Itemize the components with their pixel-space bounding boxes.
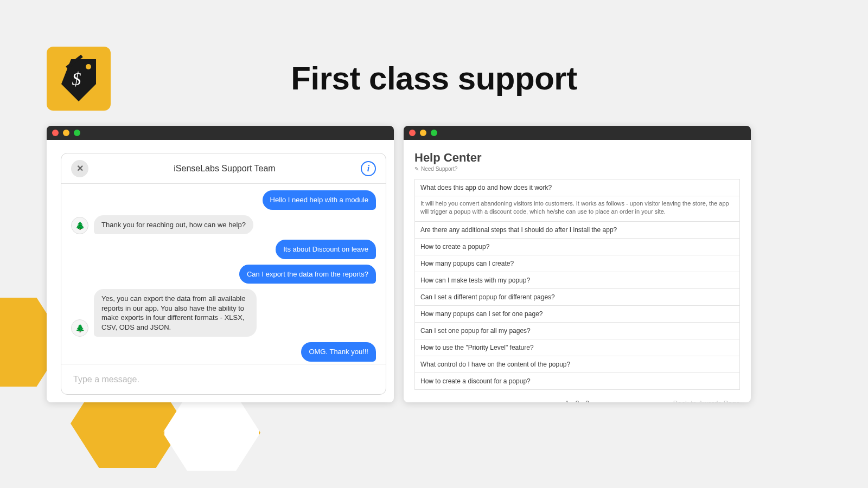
help-center-body: Help Center ✎ Need Support? What does th… [404, 140, 751, 402]
chat-message-row: 🌲Thank you for reaching out, how can we … [71, 215, 376, 235]
chat-message-row: Its about Discount on leave [71, 240, 376, 259]
pagination: 123 [562, 400, 592, 402]
chat-message-row: OMG. Thank you!!! [71, 342, 376, 362]
chat-card: ✕ iSenseLabs Support Team i Hello I need… [61, 153, 386, 395]
price-tag-icon: $ [52, 52, 106, 106]
faq-question[interactable]: How to create a discount for a popup? [414, 373, 740, 390]
faq-answer: It will help you convert abandoning visi… [414, 196, 740, 222]
support-message: Thank you for reaching out, how can we h… [94, 215, 253, 235]
chat-input-row [61, 364, 386, 394]
faq-question[interactable]: What control do I have on the content of… [414, 356, 740, 373]
help-center-footer: 123 Back to Awards Page [414, 400, 740, 402]
help-center-window: Help Center ✎ Need Support? What does th… [404, 126, 751, 402]
window-maximize-icon[interactable] [74, 130, 80, 136]
user-message: Hello I need help with a module [263, 190, 376, 210]
window-minimize-icon[interactable] [420, 130, 426, 136]
pencil-icon: ✎ [414, 166, 419, 172]
window-titlebar [404, 126, 751, 140]
window-maximize-icon[interactable] [431, 130, 437, 136]
user-message: Its about Discount on leave [276, 240, 376, 259]
svg-text:$: $ [72, 69, 81, 89]
app-logo: $ [47, 47, 111, 111]
back-link[interactable]: Back to Awards Page [673, 399, 740, 402]
faq-question[interactable]: How can I make tests with my popup? [414, 272, 740, 289]
user-message: OMG. Thank you!!! [301, 342, 376, 362]
window-close-icon[interactable] [409, 130, 416, 136]
faq-question[interactable]: Can I set a different popup for differen… [414, 288, 740, 306]
chat-message-row: 🌲Yes, you can export the data from all a… [71, 289, 376, 337]
user-message: Can I export the data from the reports? [239, 265, 376, 284]
chat-message-row: Can I export the data from the reports? [71, 265, 376, 284]
faq-question[interactable]: How many popups can I set for one page? [414, 305, 740, 323]
svg-point-1 [86, 64, 91, 69]
help-center-subtitle-text: Need Support? [421, 166, 457, 172]
chat-body: Hello I need help with a module🌲Thank yo… [61, 184, 386, 364]
help-center-subtitle[interactable]: ✎ Need Support? [414, 166, 740, 172]
close-chat-button[interactable]: ✕ [71, 160, 88, 177]
window-close-icon[interactable] [52, 130, 59, 136]
faq-question[interactable]: How many popups can I create? [414, 255, 740, 272]
chat-header: ✕ iSenseLabs Support Team i [61, 153, 386, 184]
support-avatar: 🌲 [71, 217, 88, 234]
help-center-title: Help Center [414, 151, 740, 165]
faq-question[interactable]: What does this app do and how does it wo… [414, 179, 740, 196]
window-minimize-icon[interactable] [63, 130, 69, 136]
chat-input[interactable] [73, 375, 374, 384]
window-titlebar [47, 126, 394, 140]
chat-window: ✕ iSenseLabs Support Team i Hello I need… [47, 126, 394, 402]
info-icon: i [367, 164, 369, 174]
faq-question[interactable]: How to create a popup? [414, 238, 740, 255]
chat-info-button[interactable]: i [361, 161, 376, 176]
chat-message-row: Hello I need help with a module [71, 190, 376, 210]
page-number[interactable]: 3 [585, 400, 589, 402]
faq-question[interactable]: Are there any additional steps that I sh… [414, 221, 740, 239]
page-title: First class support [291, 60, 577, 97]
page-number[interactable]: 2 [576, 400, 579, 402]
faq-list: What does this app do and how does it wo… [414, 179, 740, 390]
support-message: Yes, you can export the data from all av… [94, 289, 257, 337]
chat-title: iSenseLabs Support Team [88, 164, 361, 174]
hexagon-decor [163, 390, 260, 475]
page-number[interactable]: 1 [565, 400, 569, 402]
faq-question[interactable]: Can I set one popup for all my pages? [414, 322, 740, 339]
faq-question[interactable]: How to use the "Priority Level" feature? [414, 339, 740, 356]
support-avatar: 🌲 [71, 319, 88, 337]
close-icon: ✕ [76, 163, 84, 174]
